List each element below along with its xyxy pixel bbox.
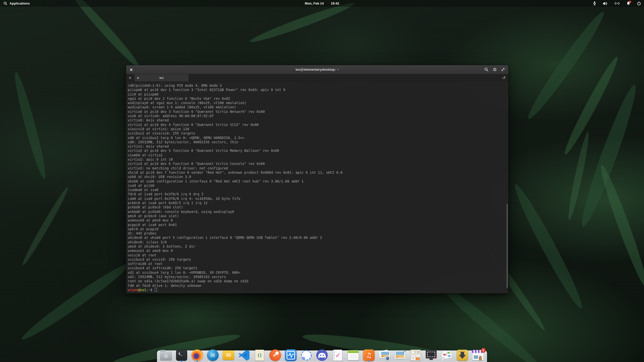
tasks-icon: ✓ (333, 350, 342, 361)
dock-item-postman[interactable] (269, 349, 281, 361)
dock-item-terminal[interactable]: $_ (176, 349, 188, 361)
network-icon[interactable] (614, 2, 620, 5)
envelope-glyph: ✉ (226, 352, 231, 359)
tab-label: leo (134, 76, 189, 80)
dock-item-image-viewer[interactable]: ★ ↗ (394, 349, 406, 361)
terminal-line: wsdisplay0: screen 1-5 added (80x25, vt1… (128, 105, 508, 109)
dock-item-installer[interactable] (456, 349, 468, 361)
update-badge: 1 (481, 348, 486, 353)
terminal-line: virtio0 at pci0 dev 3 function 0 "Qumran… (128, 110, 508, 114)
dock-item-calendar[interactable] (347, 349, 359, 361)
thunderbird-icon: ✉ (207, 349, 219, 361)
microphone-icon[interactable] (593, 1, 596, 6)
dock-item-discord[interactable] (316, 349, 328, 361)
close-window-button[interactable]: × (129, 67, 133, 72)
discord-icon (316, 349, 328, 361)
terminal-line: dt: 445 probes (128, 231, 508, 236)
terminal-line: virtio2 at pci0 dev 5 function 0 "Qumran… (128, 149, 508, 153)
history-button[interactable]: ↺ (499, 74, 508, 81)
applications-label: Applications (10, 2, 30, 5)
dock-item-files[interactable]: ⌂ (160, 349, 172, 361)
dock-item-system-monitor[interactable] (285, 349, 297, 361)
terminal-line: uhidev0: iclass 3/0 (128, 240, 508, 244)
terminal-line: scsibus3 at vscsi0: 256 targets (128, 257, 508, 262)
notifications-icon[interactable] (626, 1, 630, 6)
system-monitor-icon (285, 349, 297, 361)
window-title: leo@elementarydesktop: ~ (126, 68, 508, 71)
dock-item-signal[interactable] (300, 349, 312, 361)
calc-equals-key: = (416, 357, 420, 360)
maximize-button[interactable] (501, 68, 505, 71)
star-glyph: ★ (382, 355, 383, 357)
search-icon (484, 67, 489, 72)
dock-item-mail[interactable]: ✉ (222, 349, 234, 361)
dock-item-firefox[interactable] (191, 349, 203, 361)
terminal-line: virtio0: msix shared (128, 118, 508, 122)
postman-icon (269, 349, 281, 361)
calculator-keys: + − × = (411, 354, 421, 360)
installer-icon (457, 350, 468, 361)
terminal-line: xhci0 at pci0 dev 7 function 0 vendor "R… (128, 170, 508, 175)
firefox-icon (191, 349, 203, 361)
terminal-output: cd0(pciide0:1:0): using PIO mode 4, DMA … (128, 83, 508, 288)
shell-prompt: wrynn@ns1:~$ (128, 288, 508, 292)
datetime-indicator[interactable]: Mon, Feb 14 19:42 (305, 2, 339, 5)
terminal-line: uhidev0 at uhub0 port 5 configuration 1 … (128, 236, 508, 240)
dock-item-thunderbird[interactable]: ✉ (207, 349, 219, 361)
terminal-line: wsmouse0 at pms0 mux 0 (128, 218, 508, 222)
braces-glyph: {} (257, 353, 262, 357)
terminal-line: vio0 at virtio0: address 96:00:00:07:92:… (128, 114, 508, 118)
terminal-output-area[interactable]: cd0(pciide0:1:0): using PIO mode 4, DMA … (126, 82, 508, 293)
panel-date: Mon, Feb 14 (305, 2, 324, 5)
running-indicator (181, 360, 182, 362)
prompt-symbol: $ (150, 288, 152, 292)
scrollbar-thumb[interactable] (507, 204, 508, 288)
calendar-icon (348, 350, 359, 360)
dock-item-photos[interactable]: ★ (378, 349, 390, 361)
terminal-line: virtio2: apic 0 int 10 (128, 157, 508, 162)
new-tab-button[interactable]: + (126, 74, 134, 81)
calculator-display: 3.14 (411, 351, 420, 354)
settings-gear-button[interactable]: ⚙ (493, 67, 497, 72)
terminal-line: sd0: 19532MB, 512 bytes/sector, 40001536… (128, 140, 508, 144)
terminal-line: vga1 at pci0 dev 2 function 0 "Bochs VGA… (128, 97, 508, 101)
applications-menu[interactable]: Applications (4, 2, 30, 5)
terminal-line: isa0 at pcib0 (128, 184, 508, 188)
terminal-line: pckbd0 at pckbc0 (kbd slot) (128, 205, 508, 209)
export-arrow-icon: ↗ (403, 349, 406, 354)
terminal-line: wsmouse1 at ums0 mux 0 (128, 249, 508, 253)
terminal-line: cd0(pciide0:1:0): using PIO mode 4, DMA … (128, 83, 508, 88)
titlebar-actions: ⚙ (484, 67, 505, 72)
tab-leo[interactable]: × leo (134, 74, 189, 81)
terminal-line: isadma0 at isa0 (128, 188, 508, 192)
terminal-line: sd1: 19524MB, 512 bytes/sector, 39985193… (128, 275, 508, 279)
terminal-line: virtio1: msix shared (128, 144, 508, 149)
music-note-glyph: ♫ (366, 351, 372, 359)
volume-icon[interactable] (603, 2, 608, 6)
power-icon[interactable] (637, 1, 641, 6)
titlebar[interactable]: × leo@elementarydesktop: ~ ⚙ (126, 65, 508, 74)
signal-icon (300, 349, 312, 361)
terminal-line: sd0 at scsibus2 targ 0 lun 0: <QEMU, QEM… (128, 136, 508, 140)
dock-item-minder[interactable] (441, 349, 453, 361)
running-indicator (196, 360, 198, 362)
tab-bar: + × leo ↺ (126, 74, 508, 82)
shop-door (479, 356, 482, 360)
dock-item-vscode[interactable] (238, 349, 250, 361)
calc-times-key: × (411, 357, 415, 360)
prompt-at: @ (138, 288, 140, 292)
dock-item-tasks[interactable]: ✓ (332, 349, 344, 361)
dock-item-code[interactable]: {} (254, 349, 266, 361)
terminal-line: pckbc0 at isa0 port 0x60/5 irq 1 irq 12 (128, 201, 508, 205)
dock-item-appcenter[interactable]: 1 (472, 349, 484, 361)
dock-item-screenshot[interactable]: ✂ (425, 349, 437, 361)
terminal-line: iic0 at piixpm0 (128, 92, 508, 97)
prompt-host: ns1 (140, 288, 146, 292)
screenshot-icon: ✂ (426, 350, 437, 358)
terminal-search-button[interactable] (484, 67, 489, 72)
dock-item-music[interactable]: ♫ (363, 349, 375, 361)
dock-item-calculator[interactable]: 3.14 + − × = (410, 349, 422, 361)
scissors-glyph: ✂ (433, 355, 438, 360)
tab-close-button[interactable]: × (137, 76, 139, 80)
terminal-line: viomb0 at virtio2 (128, 153, 508, 157)
